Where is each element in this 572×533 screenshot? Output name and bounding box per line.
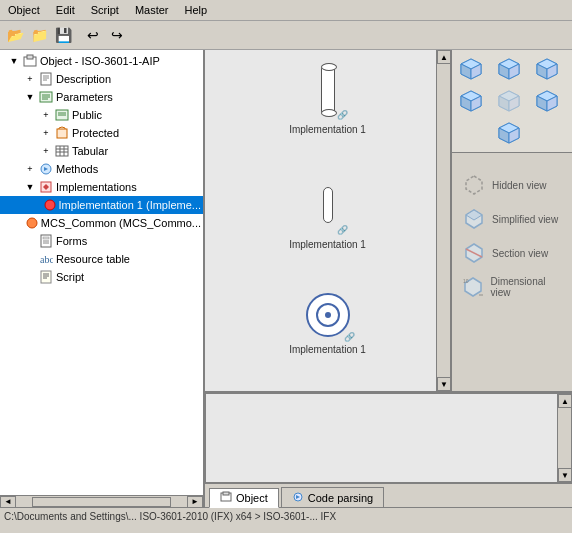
tree-label-params: Parameters — [56, 91, 113, 103]
cube-icon-1[interactable] — [456, 54, 486, 84]
bottom-scroll-track[interactable] — [558, 408, 571, 468]
tree-item-script[interactable]: Script — [0, 268, 203, 286]
tree-item-forms[interactable]: Forms — [0, 232, 203, 250]
tab-code-parsing[interactable]: Code parsing — [281, 487, 384, 507]
icons-panel: Hidden view Simplified view — [452, 50, 572, 391]
expand-tabular-icon[interactable]: + — [38, 143, 54, 159]
cube-icon-2[interactable] — [494, 54, 524, 84]
cube-icon-3[interactable] — [532, 54, 562, 84]
canvas-scroll-track[interactable] — [437, 64, 450, 377]
tree-hscroll-track[interactable] — [32, 497, 171, 507]
dimensional-view-label: Dimensional view — [490, 276, 564, 298]
undo-button[interactable]: ↩ — [82, 24, 104, 46]
right-area: 🔗 Implementation 1 🔗 Implementation 1 — [205, 50, 572, 507]
tree-panel: ▼ Object - ISO-3601-1-AIP + — [0, 50, 205, 507]
expand-impl2-icon — [18, 215, 25, 231]
cube-icon-5[interactable] — [494, 86, 524, 116]
cube-icon-4[interactable] — [456, 86, 486, 116]
forms-icon — [38, 233, 54, 249]
tree-item-impl1[interactable]: Implementation 1 (Impleme... — [0, 196, 203, 214]
tree-item-protected[interactable]: + Protected — [0, 124, 203, 142]
canvas-scroll-down-btn[interactable]: ▼ — [437, 377, 451, 391]
save-button[interactable]: 💾 — [52, 24, 74, 46]
svg-text:10: 10 — [463, 278, 469, 284]
impl-link-icon-3: 🔗 — [344, 332, 355, 342]
icons-top-cubes — [452, 50, 572, 153]
expand-protected-icon[interactable]: + — [38, 125, 54, 141]
impl-label-2: Implementation 1 — [289, 239, 366, 250]
section-view-label: Section view — [492, 248, 548, 259]
tree-item-impl2[interactable]: MCS_Common (MCS_Commo... — [0, 214, 203, 232]
impl-item-3[interactable]: 🔗 Implementation 1 — [225, 290, 430, 355]
svg-text:abc: abc — [40, 254, 53, 265]
bottom-scroll-up-btn[interactable]: ▲ — [558, 394, 572, 408]
view-item-section[interactable]: Section view — [456, 237, 568, 269]
menu-object[interactable]: Object — [0, 2, 48, 18]
menu-edit[interactable]: Edit — [48, 2, 83, 18]
menu-help[interactable]: Help — [177, 2, 216, 18]
folder-button[interactable]: 📁 — [28, 24, 50, 46]
cylinder-shape-1 — [321, 65, 335, 115]
impl1-icon — [43, 197, 57, 213]
bottom-vscrollbar: ▲ ▼ — [557, 394, 571, 482]
impl-label-1: Implementation 1 — [289, 124, 366, 135]
tree-item-root[interactable]: ▼ Object - ISO-3601-1-AIP — [0, 52, 203, 70]
tree-item-tabular[interactable]: + Tabular — [0, 142, 203, 160]
impl-item-2[interactable]: 🔗 Implementation 1 — [225, 175, 430, 250]
tree-item-impls[interactable]: ▼ Implementations — [0, 178, 203, 196]
view-item-dimensional[interactable]: 10 Dimensional view — [456, 271, 568, 303]
tab-object-label: Object — [236, 492, 268, 504]
open-folder-button[interactable]: 📂 — [4, 24, 26, 46]
tree-item-methods[interactable]: + Methods — [0, 160, 203, 178]
menu-master[interactable]: Master — [127, 2, 177, 18]
impl-link-icon-1: 🔗 — [337, 110, 348, 120]
tree-label-public: Public — [72, 109, 102, 121]
expand-params-icon[interactable]: ▼ — [22, 89, 38, 105]
tree-item-params[interactable]: ▼ Parameters — [0, 88, 203, 106]
tree-scroll-right-btn[interactable]: ► — [187, 496, 203, 508]
menu-bar: Object Edit Script Master Help — [0, 0, 572, 21]
redo-button[interactable]: ↪ — [106, 24, 128, 46]
cube-icon-6[interactable] — [532, 86, 562, 116]
hidden-view-label: Hidden view — [492, 180, 546, 191]
tab-code-parsing-icon — [292, 491, 304, 505]
expand-root-icon[interactable]: ▼ — [6, 53, 22, 69]
svg-marker-60 — [466, 176, 482, 194]
protected-icon — [54, 125, 70, 141]
view-item-simplified[interactable]: Simplified view — [456, 203, 568, 235]
tree-label-protected: Protected — [72, 127, 119, 139]
tree-label-impls: Implementations — [56, 181, 137, 193]
impl-item-1[interactable]: 🔗 Implementation 1 — [225, 60, 430, 135]
expand-public-icon[interactable]: + — [38, 107, 54, 123]
menu-script[interactable]: Script — [83, 2, 127, 18]
tree-content: ▼ Object - ISO-3601-1-AIP + — [0, 50, 203, 495]
tree-item-public[interactable]: + Public — [0, 106, 203, 124]
impl2-icon — [25, 215, 39, 231]
svg-rect-2 — [41, 73, 51, 85]
tab-object-icon — [220, 491, 232, 505]
cube-icon-7[interactable] — [494, 118, 524, 148]
expand-impls-icon[interactable]: ▼ — [22, 179, 38, 195]
impls-icon — [38, 179, 54, 195]
simplified-view-label: Simplified view — [492, 214, 558, 225]
expand-desc-icon[interactable]: + — [22, 71, 38, 87]
tab-object[interactable]: Object — [209, 488, 279, 508]
expand-restable-icon — [22, 251, 38, 267]
expand-script-icon — [22, 269, 38, 285]
desc-icon — [38, 71, 54, 87]
svg-rect-24 — [43, 237, 49, 239]
view-item-hidden[interactable]: Hidden view — [456, 169, 568, 201]
bottom-scroll-down-btn[interactable]: ▼ — [558, 468, 572, 482]
target-shape — [306, 293, 350, 337]
svg-point-22 — [27, 218, 37, 228]
toolbar: 📂 📁 💾 ↩ ↪ — [0, 21, 572, 50]
svg-point-21 — [45, 200, 55, 210]
simplified-view-icon — [460, 205, 488, 233]
tree-scroll-left-btn[interactable]: ◄ — [0, 496, 16, 508]
tree-item-desc[interactable]: + Description — [0, 70, 203, 88]
canvas-scroll-up-btn[interactable]: ▲ — [437, 50, 451, 64]
tree-item-restable[interactable]: abc Resource table — [0, 250, 203, 268]
impl-shape-1: 🔗 — [308, 60, 348, 120]
tab-bar: Object Code parsing — [205, 483, 572, 507]
expand-methods-icon[interactable]: + — [22, 161, 38, 177]
